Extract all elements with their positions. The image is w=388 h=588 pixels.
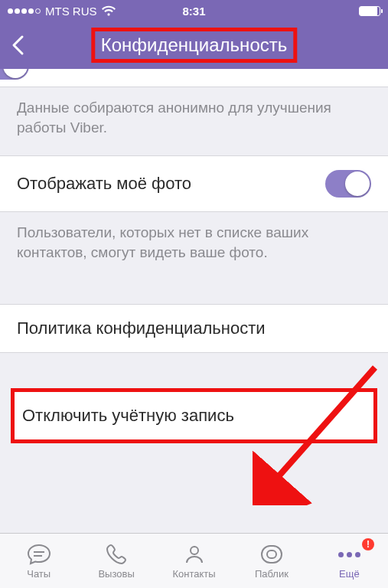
notification-badge: ! <box>362 538 374 550</box>
partial-setting-row <box>0 69 388 87</box>
tab-contacts[interactable]: Контакты <box>155 534 233 588</box>
nav-title-highlight: Конфиденциальность <box>91 28 297 63</box>
contacts-icon <box>183 542 206 567</box>
nav-header: Конфиденциальность <box>0 21 388 69</box>
show-photo-label: Отображать моё фото <box>17 174 191 194</box>
chat-icon <box>27 542 51 567</box>
tab-calls[interactable]: Вызовы <box>77 534 155 588</box>
svg-point-3 <box>191 547 198 554</box>
back-button[interactable] <box>11 34 28 57</box>
privacy-policy-row[interactable]: Политика конфиденциальности <box>0 304 388 353</box>
privacy-policy-label: Политика конфиденциальности <box>17 318 266 338</box>
chevron-left-icon <box>11 34 28 57</box>
deactivate-account-row[interactable]: Отключить учётную запись <box>15 392 373 439</box>
svg-rect-4 <box>262 546 282 563</box>
carrier-label: MTS RUS <box>45 5 97 18</box>
tab-chats-label: Чаты <box>27 568 51 580</box>
wifi-icon <box>102 5 116 16</box>
phone-icon <box>105 542 128 567</box>
status-time: 8:31 <box>182 5 205 18</box>
anon-collect-description: Данные собираются анонимно для улучшения… <box>0 87 388 155</box>
more-icon <box>338 542 360 567</box>
public-icon <box>259 542 284 567</box>
page-title: Конфиденциальность <box>101 34 287 56</box>
status-right <box>206 6 380 16</box>
tab-public-label: Паблик <box>255 568 289 580</box>
tab-public[interactable]: Паблик <box>233 534 310 588</box>
tab-more-label: Ещё <box>339 568 360 580</box>
tab-contacts-label: Контакты <box>172 568 215 580</box>
tab-bar: Чаты Вызовы Контакты Паблик Ещё ! <box>0 533 388 588</box>
show-photo-row[interactable]: Отображать моё фото <box>0 155 388 212</box>
deactivate-highlight: Отключить учётную запись <box>11 388 377 443</box>
tab-more[interactable]: Ещё ! <box>311 534 388 588</box>
tab-calls-label: Вызовы <box>98 568 134 580</box>
signal-strength-icon <box>8 8 41 14</box>
svg-rect-5 <box>267 550 276 558</box>
deactivate-account-label: Отключить учётную запись <box>22 406 234 426</box>
show-photo-toggle[interactable] <box>325 170 371 198</box>
show-photo-description: Пользователи, которых нет в списке ваших… <box>0 212 388 280</box>
status-bar: MTS RUS 8:31 <box>0 0 388 21</box>
partial-toggle[interactable] <box>0 69 29 80</box>
tab-chats[interactable]: Чаты <box>0 534 77 588</box>
status-left: MTS RUS <box>8 5 182 18</box>
battery-icon <box>359 6 380 16</box>
